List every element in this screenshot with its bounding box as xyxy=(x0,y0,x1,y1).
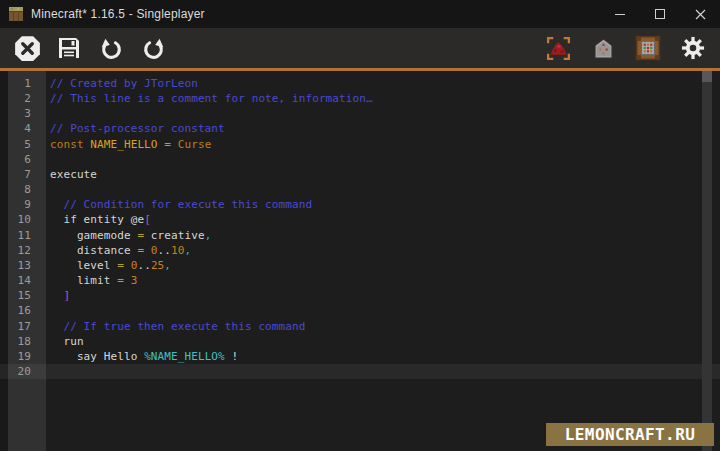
toolbar-left-group xyxy=(13,34,167,62)
minecraft-block-icon xyxy=(9,7,23,21)
line-number: 11 xyxy=(0,228,46,243)
code-lines: 1// Created by JTorLeon2// This line is … xyxy=(0,71,720,379)
vertical-scrollbar[interactable] xyxy=(702,71,712,451)
code-line[interactable]: 18 run xyxy=(0,334,720,349)
minimize-icon xyxy=(615,14,625,15)
watermark-text: LEMONCRAFT.RU xyxy=(565,427,695,442)
code-line-text: gamemode = creative, xyxy=(46,228,211,243)
gear-icon xyxy=(680,35,706,61)
line-number: 8 xyxy=(0,182,46,197)
line-number: 14 xyxy=(0,273,46,288)
line-number: 1 xyxy=(0,76,46,91)
code-line-text: ] xyxy=(46,288,70,303)
cancel-octagon-icon xyxy=(14,35,41,62)
maximize-icon xyxy=(655,9,665,19)
code-line-text xyxy=(46,182,50,197)
code-line-text: execute xyxy=(46,167,97,182)
cancel-button[interactable] xyxy=(13,34,41,62)
code-line-text: // Post-processor constant xyxy=(46,121,225,136)
code-editor[interactable]: 1// Created by JTorLeon2// This line is … xyxy=(0,71,720,451)
line-number: 19 xyxy=(0,349,46,364)
line-number: 4 xyxy=(0,121,46,136)
code-line[interactable]: 10 if entity @e[ xyxy=(0,212,720,227)
redo-button[interactable] xyxy=(139,34,167,62)
line-number: 17 xyxy=(0,319,46,334)
code-line[interactable]: 7execute xyxy=(0,167,720,182)
scrollbar-thumb[interactable] xyxy=(702,71,712,82)
line-number: 3 xyxy=(0,106,46,121)
line-number: 7 xyxy=(0,167,46,182)
settings-button[interactable] xyxy=(679,34,707,62)
code-line[interactable]: 20 xyxy=(0,364,720,379)
code-line[interactable]: 13 level = 0..25, xyxy=(0,258,720,273)
code-line-text: // Created by JTorLeon xyxy=(46,76,198,91)
line-number: 12 xyxy=(0,243,46,258)
line-number: 10 xyxy=(0,212,46,227)
structure-block-button[interactable] xyxy=(589,34,617,62)
code-line[interactable]: 14 limit = 3 xyxy=(0,273,720,288)
code-line-text: // Condition for execute this command xyxy=(46,197,312,212)
window-title: Minecraft* 1.16.5 - Singleplayer xyxy=(31,7,205,21)
redo-icon xyxy=(141,36,166,61)
item-frame-icon xyxy=(635,35,661,61)
close-icon xyxy=(695,9,706,20)
line-number: 9 xyxy=(0,197,46,212)
redstone-picker-icon xyxy=(545,35,572,62)
code-line[interactable]: 17 // If true then execute this command xyxy=(0,319,720,334)
toolbar xyxy=(0,28,720,68)
line-number: 15 xyxy=(0,288,46,303)
code-line[interactable]: 1// Created by JTorLeon xyxy=(0,76,720,91)
save-button[interactable] xyxy=(55,34,83,62)
code-line[interactable]: 5const NAME_HELLO = Curse xyxy=(0,137,720,152)
line-number: 5 xyxy=(0,137,46,152)
line-number: 13 xyxy=(0,258,46,273)
code-line-text xyxy=(46,106,50,121)
code-line[interactable]: 16 xyxy=(0,303,720,318)
code-line-text: level = 0..25, xyxy=(46,258,171,273)
code-line[interactable]: 8 xyxy=(0,182,720,197)
code-line[interactable]: 6 xyxy=(0,152,720,167)
code-line-text xyxy=(46,303,50,318)
code-line[interactable]: 12 distance = 0..10, xyxy=(0,243,720,258)
code-line-text: distance = 0..10, xyxy=(46,243,191,258)
line-number: 6 xyxy=(0,152,46,167)
line-number: 2 xyxy=(0,91,46,106)
code-line[interactable]: 2// This line is a comment for note, inf… xyxy=(0,91,720,106)
save-floppy-icon xyxy=(57,36,81,60)
code-line-text: if entity @e[ xyxy=(46,212,151,227)
code-line-text xyxy=(46,364,50,379)
title-bar: Minecraft* 1.16.5 - Singleplayer xyxy=(0,0,720,28)
code-line-text: limit = 3 xyxy=(46,273,137,288)
line-number: 20 xyxy=(0,364,46,379)
maximize-button[interactable] xyxy=(640,0,680,28)
code-line[interactable]: 9 // Condition for execute this command xyxy=(0,197,720,212)
item-frame-button[interactable] xyxy=(634,34,662,62)
structure-block-icon xyxy=(591,36,616,61)
line-number: 16 xyxy=(0,303,46,318)
code-line-text: run xyxy=(46,334,84,349)
code-line-text xyxy=(46,152,50,167)
code-line-text: // If true then execute this command xyxy=(46,319,305,334)
code-line[interactable]: 19 say Hello %NAME_HELLO% ! xyxy=(0,349,720,364)
window-controls xyxy=(600,0,720,28)
toolbar-right-group xyxy=(544,34,707,62)
code-line[interactable]: 15 ] xyxy=(0,288,720,303)
undo-icon xyxy=(99,36,124,61)
code-line-text: say Hello %NAME_HELLO% ! xyxy=(46,349,238,364)
code-line[interactable]: 4// Post-processor constant xyxy=(0,121,720,136)
code-line[interactable]: 3 xyxy=(0,106,720,121)
code-line-text: // This line is a comment for note, info… xyxy=(46,91,373,106)
undo-button[interactable] xyxy=(97,34,125,62)
close-button[interactable] xyxy=(680,0,720,28)
redstone-picker-button[interactable] xyxy=(544,34,572,62)
line-number: 18 xyxy=(0,334,46,349)
minimize-button[interactable] xyxy=(600,0,640,28)
watermark-badge: LEMONCRAFT.RU xyxy=(546,423,714,446)
code-line-text: const NAME_HELLO = Curse xyxy=(46,137,211,152)
code-line[interactable]: 11 gamemode = creative, xyxy=(0,228,720,243)
